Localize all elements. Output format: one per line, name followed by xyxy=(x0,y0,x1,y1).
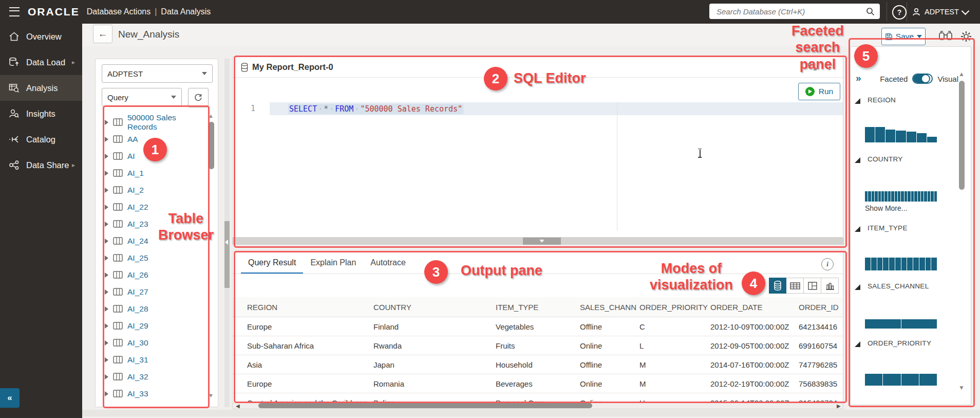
scroll-left-icon[interactable]: ◀ xyxy=(236,403,240,409)
facet-bar[interactable] xyxy=(888,191,891,202)
table-name[interactable]: AI_23 xyxy=(127,220,148,229)
facet-bar[interactable] xyxy=(901,258,907,270)
table-row[interactable]: EuropeFinlandVegetablesOfflineC2012-10-0… xyxy=(233,317,843,336)
facet-bar[interactable] xyxy=(895,191,897,202)
table-row[interactable]: Sub-Saharan AfricaRwandaFruitsOnlineL201… xyxy=(233,336,843,355)
expand-arrow-icon[interactable] xyxy=(105,323,108,329)
viz-mode-data-button[interactable] xyxy=(769,278,786,294)
facet-header[interactable]: ITEM_TYPE xyxy=(851,224,958,232)
expand-arrow-icon[interactable] xyxy=(105,205,108,210)
table-name[interactable]: AI_1 xyxy=(127,169,144,178)
horizontal-splitter[interactable] xyxy=(232,238,844,245)
facet-bar[interactable] xyxy=(907,132,916,142)
table-name[interactable]: AI xyxy=(127,152,135,161)
facet-bar[interactable] xyxy=(918,191,920,202)
sidebar-item-overview[interactable]: Overview xyxy=(0,24,82,49)
facet-bar[interactable] xyxy=(891,191,894,202)
facet-bar[interactable] xyxy=(928,191,930,202)
facet-bar[interactable] xyxy=(901,374,919,386)
expand-arrow-icon[interactable] xyxy=(105,272,108,278)
facet-bar[interactable] xyxy=(865,127,875,142)
facet-bar[interactable] xyxy=(927,137,937,142)
facet-scroll-down-icon[interactable]: ▼ xyxy=(958,384,965,391)
table-list-item[interactable]: AI_30 xyxy=(96,334,208,351)
facet-bar[interactable] xyxy=(907,258,913,270)
facet-bar[interactable] xyxy=(896,131,906,142)
table-list-item[interactable]: AI_2 xyxy=(96,181,208,198)
facet-bar[interactable] xyxy=(931,191,933,202)
scroll-right-icon[interactable]: ▶ xyxy=(837,403,841,409)
back-button[interactable]: ← xyxy=(93,25,112,43)
kebab-menu-icon[interactable]: ⋮ xyxy=(826,62,834,71)
expand-arrow-icon[interactable] xyxy=(105,239,108,244)
facet-bar[interactable] xyxy=(898,191,900,202)
object-type-select[interactable]: Query xyxy=(102,88,182,106)
gear-icon[interactable] xyxy=(960,31,972,42)
facet-bar[interactable] xyxy=(883,374,900,386)
sidebar-item-data-load[interactable]: Data Load▸ xyxy=(0,49,82,75)
sidebar-item-catalog[interactable]: Catalog xyxy=(0,126,82,152)
column-header-country[interactable]: COUNTRY xyxy=(370,297,493,317)
search-icon[interactable] xyxy=(866,7,875,16)
facet-bar[interactable] xyxy=(919,258,925,270)
table-list-item[interactable]: AI_27 xyxy=(96,283,208,300)
facet-bar[interactable] xyxy=(865,319,901,329)
facet-bar[interactable] xyxy=(919,374,937,386)
expand-arrow-icon[interactable] xyxy=(105,188,108,193)
horizontal-splitter-handle[interactable] xyxy=(523,238,561,245)
save-button[interactable]: Save xyxy=(881,28,926,45)
table-list-item[interactable]: AI_32 xyxy=(96,368,208,385)
facet-bar[interactable] xyxy=(883,258,889,270)
expand-arrow-icon[interactable] xyxy=(105,256,108,261)
column-header-order_date[interactable]: ORDER_DATE xyxy=(707,297,796,317)
table-list-item[interactable]: AI_25 xyxy=(96,249,208,266)
list-scrollbar-thumb[interactable] xyxy=(209,122,214,169)
table-list-item[interactable]: AI xyxy=(96,148,208,165)
facet-bar[interactable] xyxy=(881,191,884,202)
info-icon[interactable]: i xyxy=(821,258,834,270)
facet-bar[interactable] xyxy=(884,191,887,202)
facet-bar[interactable] xyxy=(904,191,907,202)
facet-bar[interactable] xyxy=(921,191,924,202)
facet-bar[interactable] xyxy=(895,258,901,270)
facet-header[interactable]: REGION xyxy=(851,96,958,104)
viz-mode-table-button[interactable] xyxy=(786,278,804,294)
facet-bar[interactable] xyxy=(865,191,868,202)
facet-bar[interactable] xyxy=(865,374,882,386)
table-list-item[interactable]: AI_31 xyxy=(96,351,208,368)
table-list-item[interactable]: AI_33 xyxy=(96,385,208,402)
facet-bar[interactable] xyxy=(914,191,917,202)
facet-bar[interactable] xyxy=(868,191,871,202)
table-name[interactable]: AI_27 xyxy=(127,287,148,297)
maximize-editor-icon[interactable] xyxy=(808,63,817,70)
sidebar-collapse-button[interactable]: « xyxy=(0,388,20,408)
facet-header[interactable]: ORDER_PRIORITY xyxy=(851,339,958,347)
table-name[interactable]: AI_25 xyxy=(127,253,148,263)
facet-bar[interactable] xyxy=(875,191,877,202)
tab-query-result[interactable]: Query Result xyxy=(241,255,303,274)
facet-bar[interactable] xyxy=(926,258,931,270)
facet-bar[interactable] xyxy=(901,319,937,329)
hamburger-menu-icon[interactable] xyxy=(9,7,20,16)
tab-explain-plan[interactable]: Explain Plan xyxy=(303,255,363,274)
facet-header[interactable]: SALES_CHANNEL xyxy=(851,282,958,290)
expand-arrow-icon[interactable] xyxy=(105,391,108,396)
facet-bar[interactable] xyxy=(908,191,910,202)
facet-bar[interactable] xyxy=(875,127,885,142)
facet-bar[interactable] xyxy=(931,258,937,270)
facet-bar[interactable] xyxy=(877,258,883,270)
table-list-item[interactable]: AI_26 xyxy=(96,266,208,283)
tab-autotrace[interactable]: Autotrace xyxy=(363,255,412,274)
facet-bar[interactable] xyxy=(934,191,937,202)
table-list-item[interactable]: AI_24 xyxy=(96,232,208,249)
facet-bar[interactable] xyxy=(901,191,903,202)
sql-code-area[interactable]: 1 SELECT*FROM"500000 Sales Records" xyxy=(233,102,843,115)
table-name[interactable]: AI_28 xyxy=(127,304,148,314)
result-horizontal-scrollbar[interactable]: ◀ ▶ xyxy=(233,402,843,409)
table-name[interactable]: AI_22 xyxy=(127,203,148,212)
table-row[interactable]: EuropeRomaniaBeveragesOnlineM2012-02-19T… xyxy=(233,374,843,393)
table-list-item[interactable]: 500000 Sales Records xyxy=(96,114,208,131)
table-name[interactable]: 500000 Sales Records xyxy=(127,113,208,132)
column-header-order_priority[interactable]: ORDER_PRIORITY xyxy=(636,297,707,317)
sidebar-item-data-share[interactable]: Data Share▸ xyxy=(0,152,82,178)
